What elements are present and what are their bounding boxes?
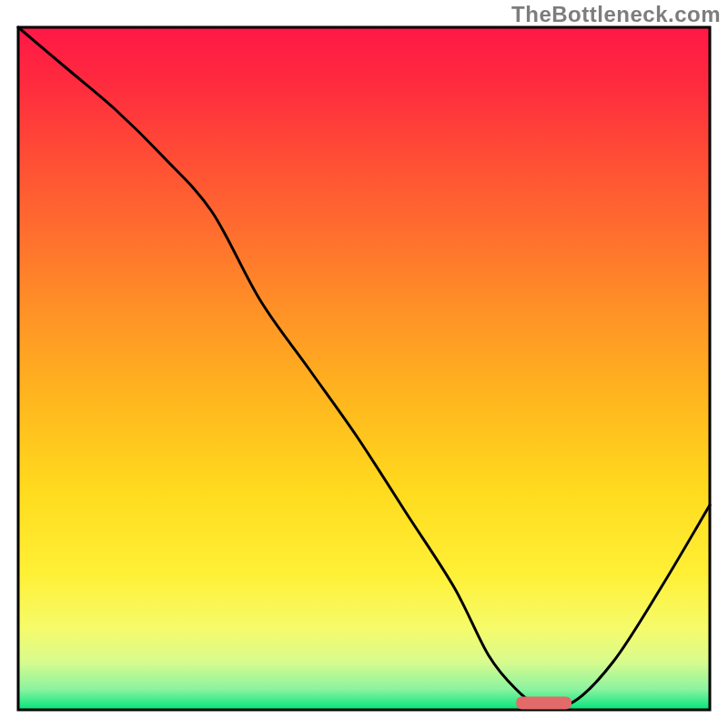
bottleneck-chart (0, 0, 728, 728)
chart-stage: TheBottleneck.com (0, 0, 728, 728)
watermark-text: TheBottleneck.com (511, 2, 721, 27)
gradient-background (18, 27, 710, 710)
optimal-range-marker (516, 697, 571, 710)
